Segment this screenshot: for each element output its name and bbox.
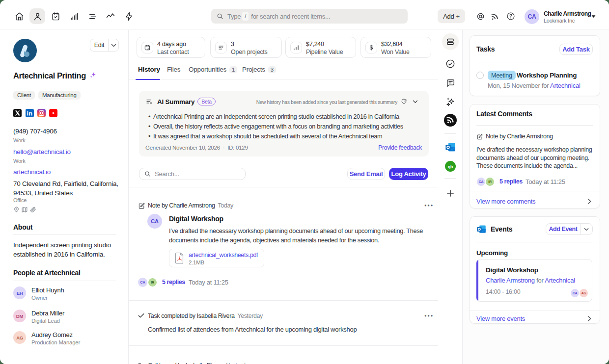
svg-text:qb: qb: [448, 164, 453, 169]
